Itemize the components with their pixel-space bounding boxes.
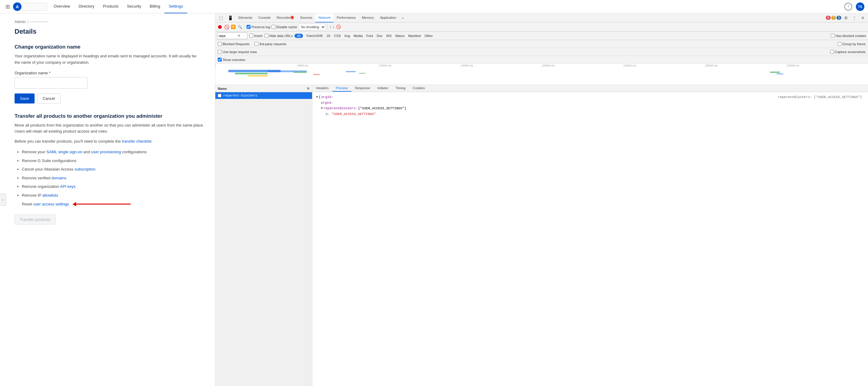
ruler-3: 15000 ms [460, 64, 542, 68]
transfer-section: Transfer all products to another organiz… [14, 113, 208, 225]
dt-tab-memory[interactable]: Memory [359, 13, 377, 23]
invert-checkbox[interactable]: Invert [249, 34, 262, 38]
breadcrumb-admin: Admin [14, 20, 26, 24]
devtools-icon-cursor[interactable]: ⬚ [217, 13, 225, 23]
nav-link-security[interactable]: Security [123, 0, 146, 13]
dt-tab-network[interactable]: Network [315, 13, 334, 23]
org-name-input[interactable] [14, 77, 87, 89]
json-line-orgid-collapse[interactable]: ▼ { orgId: reparentBlockers: ["USER_ACCE… [316, 94, 864, 100]
large-rows-checkbox[interactable]: Use large request rows [218, 50, 257, 54]
preserve-log-checkbox[interactable]: Preserve log [247, 25, 270, 29]
filter-js[interactable]: JS [325, 34, 332, 38]
capture-screenshots-checkbox[interactable]: Capture screenshots [830, 50, 866, 54]
nav-brand [23, 3, 47, 11]
change-org-title: Change organization name [14, 44, 208, 50]
nav-avatar[interactable]: TS [856, 2, 864, 11]
panel-tab-preview[interactable]: Preview [332, 85, 351, 92]
panel-tab-initiator[interactable]: Initiator [374, 85, 392, 92]
user-provisioning-link[interactable]: user provisioning [91, 150, 121, 154]
list-item-allowlists: Remove IP allowlists [22, 191, 208, 200]
timeline-ruler: 5000 ms 10000 ms 15000 ms 20000 ms 25000… [215, 64, 868, 68]
nav-link-billing[interactable]: Billing [145, 0, 164, 13]
dt-tab-application[interactable]: Application [377, 13, 399, 23]
network-row-reparent-blockers[interactable]: reparent-blockers [215, 92, 312, 99]
panel-tabs-row: Headers Preview Response Initiator Timin… [312, 85, 868, 92]
clear-icon[interactable]: 🚫 [336, 25, 341, 29]
cancel-button[interactable]: Cancel [37, 93, 61, 103]
nav-link-overview[interactable]: Overview [50, 0, 74, 13]
nav-logo[interactable]: A [13, 2, 22, 11]
json-line-reparent-collapse[interactable]: ▼ reparentBlockers: ["USER_ACCESS_SETTIN… [321, 106, 864, 111]
subscription-link[interactable]: subscription [74, 167, 95, 172]
group-by-frame-checkbox[interactable]: Group by frame [838, 42, 866, 46]
api-keys-link[interactable]: API keys [60, 184, 75, 189]
filter-icon[interactable]: 🔽 [230, 24, 236, 30]
dt-tab-recorder[interactable]: Recorder 🔴 [274, 13, 297, 23]
dt-tab-console[interactable]: Console [255, 13, 274, 23]
devtools-icon-responsive[interactable]: 📱 [225, 13, 235, 23]
domains-link[interactable]: domains [52, 176, 66, 180]
saml-link[interactable]: SAML single sign-on [46, 150, 83, 154]
dt-close-icon[interactable]: ✕ [859, 14, 867, 22]
network-filter-input[interactable] [219, 34, 237, 38]
throttling-select[interactable]: No throttling [299, 24, 326, 30]
dt-more-icon[interactable]: ⋮ [850, 14, 858, 22]
search-clear-button[interactable]: ✕ [238, 34, 241, 38]
filter-doc[interactable]: Doc [375, 34, 384, 38]
record-button[interactable] [217, 24, 223, 30]
filter-font[interactable]: Font [365, 34, 375, 38]
dt-tab-sources[interactable]: Sources [297, 13, 315, 23]
filter-media[interactable]: Media [352, 34, 364, 38]
transfer-products-button[interactable]: Transfer products [14, 214, 56, 225]
row-checkbox[interactable] [218, 94, 221, 97]
filter-fetchxhr[interactable]: Fetch/XHR [305, 34, 324, 38]
close-preview-button[interactable]: ✕ [307, 87, 310, 91]
page-title: Details [14, 28, 208, 35]
disable-cache-checkbox[interactable]: Disable cache [272, 25, 297, 29]
filter-other[interactable]: Other [423, 34, 435, 38]
nav-link-settings[interactable]: Settings [164, 0, 187, 13]
dt-badge-info: 1 [836, 16, 841, 20]
filter-manifest[interactable]: Manifest [407, 34, 423, 38]
json-preview: ▼ { orgId: reparentBlockers: ["USER_ACCE… [312, 92, 868, 386]
devtools-options2: Use large request rows Capture screensho… [215, 48, 868, 56]
dt-tab-elements[interactable]: Elements [235, 13, 255, 23]
stop-button[interactable]: 🚫 [224, 24, 229, 30]
panel-tab-timing[interactable]: Timing [392, 85, 409, 92]
dt-tab-more[interactable]: » [399, 13, 406, 23]
top-nav: ⊞ A Overview Directory Products Security… [0, 0, 868, 13]
list-item-user-access: Reset user access settings [22, 200, 208, 209]
filter-wasm[interactable]: Wasm [394, 34, 406, 38]
import-icon[interactable]: ↑ [330, 25, 332, 29]
org-name-label: Organization name * [14, 71, 208, 75]
red-arrow-indicator [72, 202, 131, 206]
sidebar-toggle[interactable]: ‹ [0, 194, 6, 206]
ruler-0 [215, 64, 297, 68]
allowlists-link[interactable]: allowlists [42, 193, 58, 198]
svg-rect-1 [235, 73, 268, 75]
has-blocked-cookies-checkbox[interactable]: Has blocked cookies [831, 34, 866, 38]
blocked-requests-checkbox[interactable]: Blocked Requests [218, 42, 250, 46]
dt-settings-icon[interactable]: ⚙ [842, 14, 850, 22]
panel-tab-cookies[interactable]: Cookies [409, 85, 429, 92]
nav-apps-icon[interactable]: ⊞ [4, 3, 12, 10]
panel-tab-headers[interactable]: Headers [312, 85, 332, 92]
show-overview-checkbox[interactable]: Show overview [218, 58, 245, 62]
dt-tab-performance[interactable]: Performance [334, 13, 359, 23]
nav-help-button[interactable]: ? [844, 3, 852, 11]
ruler-4: 20000 ms [542, 64, 623, 68]
third-party-checkbox[interactable]: 3rd-party requests [254, 42, 286, 46]
panel-tab-response[interactable]: Response [351, 85, 374, 92]
filter-ws[interactable]: WS [385, 34, 393, 38]
filter-css[interactable]: CSS [332, 34, 342, 38]
hide-data-urls-checkbox[interactable]: Hide data URLs [265, 34, 293, 38]
transfer-checklist-link[interactable]: transfer checklist [122, 139, 152, 144]
nav-link-products[interactable]: Products [99, 0, 123, 13]
export-icon[interactable]: ↓ [333, 25, 335, 29]
nav-link-directory[interactable]: Directory [74, 0, 99, 13]
user-access-settings-link[interactable]: user access settings [33, 202, 69, 206]
all-filter-button[interactable]: All [294, 34, 303, 38]
search-icon[interactable]: 🔍 [237, 24, 243, 30]
filter-img[interactable]: Img [343, 34, 351, 38]
save-button[interactable]: Save [14, 93, 35, 103]
